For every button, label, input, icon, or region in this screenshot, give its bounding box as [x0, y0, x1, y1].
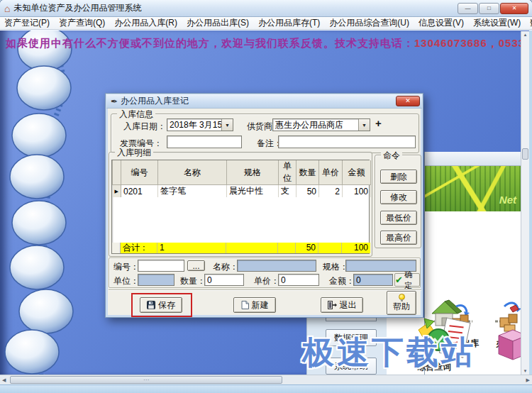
grid-header-unit[interactable]: 单位 [279, 160, 297, 185]
horizontal-scroll-thumb[interactable]: ⋯ [10, 376, 282, 384]
date-value: 2018年 3月15日 [167, 119, 221, 131]
menu-item-supplies-query[interactable]: 办公用品综合查询(U) [329, 17, 409, 29]
menu-item-info-settings[interactable]: 信息设置(V) [419, 17, 464, 29]
grid-header-name[interactable]: 名称 [158, 160, 227, 185]
totals-count: 1 [157, 243, 226, 253]
delete-button[interactable]: 删除 [380, 170, 417, 184]
network-banner-image: Net [425, 166, 521, 211]
help-label: 帮助 [393, 301, 410, 313]
edit-price-input[interactable] [278, 274, 319, 286]
scroll-left-icon[interactable]: ◀ [2, 377, 6, 383]
grid-data-row[interactable]: ▶ 0201 签字笔 晨光中性 支 50 2 100 [113, 185, 371, 198]
command-legend: 命令 [381, 150, 402, 162]
close-icon: ✕ [512, 5, 517, 11]
grid-header-code[interactable]: 编号 [121, 160, 158, 185]
cell-price: 2 [319, 185, 343, 198]
help-button[interactable]: 帮助 [387, 291, 416, 315]
scroll-down-icon[interactable]: ▼ [521, 369, 529, 373]
window-title: 未知单位资产及办公用品管理系统 [13, 2, 141, 14]
menu-item-asset-register[interactable]: 资产登记(P) [4, 17, 50, 29]
horizontal-scrollbar[interactable]: ◀ ⋯ ▶ [0, 375, 532, 384]
dialog-title-bar: ✒ 办公用品入库登记 [106, 94, 422, 109]
close-button[interactable]: ✕ [500, 3, 528, 14]
browse-items-button[interactable]: ... [187, 260, 205, 271]
row-marker-icon: ▶ [113, 185, 121, 198]
dialog-title: 办公用品入库登记 [121, 95, 189, 107]
supplier-dropdown-icon[interactable]: ▼ [358, 119, 370, 131]
invoice-input[interactable] [167, 135, 242, 148]
edit-spec-label: 规格： [323, 261, 348, 273]
menu-item-asset-query[interactable]: 资产查询(Q) [59, 17, 105, 29]
supplier-combobox[interactable]: 惠生办公用品商店 ▼ [272, 118, 370, 131]
menu-item-supplies-outbound[interactable]: 办公用品出库(S) [187, 17, 249, 29]
edit-name-label: 名称： [213, 261, 238, 273]
totals-label: 合计： [121, 243, 157, 253]
modify-button[interactable]: 修改 [380, 190, 417, 204]
grid-header-spec[interactable]: 规格 [227, 160, 279, 185]
date-dropdown-icon[interactable]: ▼ [221, 119, 233, 131]
covered-button-sliver[interactable] [326, 318, 377, 321]
delete-label: 删除 [390, 171, 407, 183]
confirm-button[interactable]: ✔ 确定 [394, 273, 420, 287]
new-button[interactable]: 新建 [233, 297, 276, 313]
vertical-scrollbar[interactable]: ▲ ▼ [521, 31, 529, 375]
check-icon: ✔ [395, 275, 403, 284]
highest-price-button[interactable]: 最高价 [380, 231, 417, 245]
edit-code-label: 编号： [113, 261, 139, 273]
remark-input[interactable] [278, 135, 416, 148]
app-window: ⌂ 未知单位资产及办公用品管理系统 — □ ✕ 资产登记(P) 资产查询(Q) … [0, 0, 532, 393]
date-combobox[interactable]: 2018年 3月15日 ▼ [167, 118, 233, 131]
menu-bar: 资产登记(P) 资产查询(Q) 办公用品入库(R) 办公用品出库(S) 办公用品… [0, 17, 532, 30]
grid-selector-header [113, 160, 121, 185]
maximize-button[interactable]: □ [479, 3, 499, 14]
edit-qty-label: 数量： [180, 275, 206, 287]
inbound-detail-group: 入库明细 编号 名称 规格 单位 数量 单价 金额 [109, 152, 372, 257]
add-supplier-button[interactable]: + [375, 117, 382, 129]
totals-row: 合计： 1 50 100 [112, 243, 370, 253]
item-edit-panel: 编号： ... 名称： 规格： 单位： 数量： 单价： 金额： ✔ 确定 [109, 258, 421, 288]
scroll-up-icon[interactable]: ▲ [521, 33, 529, 37]
date-label: 入库日期： [123, 121, 166, 133]
app-house-icon: ⌂ [4, 4, 10, 13]
confirm-label: 确定 [404, 270, 419, 291]
supplier-value: 惠生办公用品商店 [273, 119, 358, 131]
edit-price-label: 单价： [254, 275, 279, 287]
exit-label: 退出 [340, 299, 357, 311]
modify-label: 修改 [390, 192, 407, 204]
cell-amount: 100 [343, 185, 371, 198]
vertical-scroll-thumb[interactable] [522, 148, 528, 160]
save-label: 保存 [158, 299, 175, 311]
totals-qty: 50 [296, 243, 318, 253]
inbound-registration-dialog: ✒ 办公用品入库登记 ✕ 入库信息 入库日期： 2018年 3月15日 ▼ 供货… [105, 93, 423, 318]
dialog-close-button[interactable]: ✕ [396, 96, 420, 106]
cell-qty: 50 [297, 185, 319, 198]
new-label: 新建 [252, 299, 269, 311]
grid-header-price[interactable]: 单价 [319, 160, 343, 185]
bubble-chain-decoration [0, 31, 99, 375]
menu-item-supplies-inbound[interactable]: 办公用品入库(R) [114, 17, 177, 29]
grid-header-qty[interactable]: 数量 [297, 160, 319, 185]
detail-grid: 编号 名称 规格 单位 数量 单价 金额 ▶ 0201 签字笔 晨光 [111, 160, 370, 254]
cell-name: 签字笔 [158, 185, 227, 198]
scroll-right-icon[interactable]: ▶ [526, 377, 530, 383]
edit-unit-label: 单位： [113, 275, 139, 287]
lowest-price-button[interactable]: 最低价 [380, 211, 417, 225]
exit-button[interactable]: 退出 [321, 297, 363, 313]
save-button[interactable]: 保存 [140, 297, 182, 313]
edit-amount-label: 金额： [329, 275, 355, 287]
menu-item-system-settings[interactable]: 系统设置(W) [473, 17, 521, 29]
grid-header-amount[interactable]: 金额 [343, 160, 371, 185]
menu-item-supplies-stock[interactable]: 办公用品库存(T) [258, 17, 320, 29]
edit-amount-field [353, 274, 393, 286]
maximize-icon: □ [487, 5, 491, 11]
edit-code-input[interactable] [138, 260, 184, 272]
inbound-detail-legend: 入库明细 [115, 147, 153, 159]
minimize-button[interactable]: — [458, 3, 478, 14]
minimize-icon: — [465, 5, 471, 11]
floppy-icon [147, 301, 155, 309]
inbound-info-legend: 入库信息 [117, 109, 155, 121]
cell-code: 0201 [121, 185, 158, 198]
edit-qty-input[interactable] [204, 274, 244, 286]
highest-price-label: 最高价 [386, 232, 411, 244]
watermark-text: 极速下载站 [302, 331, 476, 374]
